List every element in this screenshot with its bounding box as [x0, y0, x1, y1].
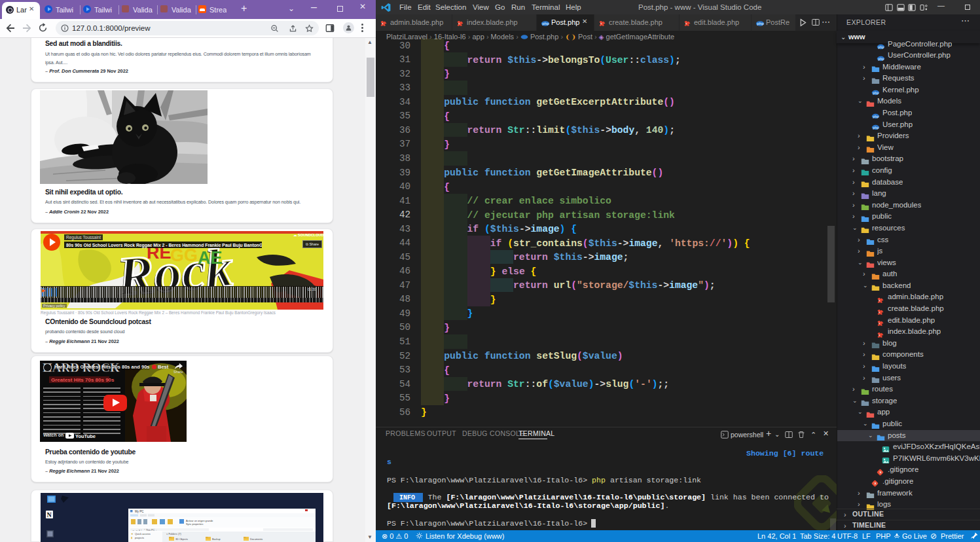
- svg-text:AE: AE: [198, 248, 223, 268]
- svg-text:Quick access: Quick access: [135, 532, 151, 535]
- svg-text:★: ★: [131, 532, 134, 535]
- svg-text:Backup: Backup: [212, 538, 221, 541]
- svg-text:php: php: [878, 46, 884, 49]
- svg-text:Documents: Documents: [250, 538, 263, 541]
- svg-text:php: php: [542, 22, 549, 26]
- svg-text:php: php: [878, 57, 884, 60]
- svg-text:php: php: [873, 92, 879, 95]
- svg-text:Activar un origen grande: Activar un origen grande: [186, 520, 213, 522]
- svg-text:php: php: [873, 126, 879, 130]
- svg-text:YouTube: YouTube: [75, 433, 96, 439]
- svg-text:← → ˅ ↑ 「 This PC 」: ← → ˅ ↑ 「 This PC 」: [132, 529, 158, 532]
- svg-text:php: php: [757, 22, 764, 26]
- svg-text:3D Objects: 3D Objects: [175, 538, 188, 541]
- svg-text:projects: projects: [135, 536, 144, 539]
- svg-text:php: php: [873, 115, 879, 118]
- svg-text:My PC: My PC: [135, 510, 144, 513]
- svg-text:GG: GG: [170, 245, 198, 265]
- svg-text:N: N: [47, 511, 52, 518]
- svg-text:Sync properties: Sync properties: [186, 523, 203, 526]
- svg-text:Greatest Hits 70s 80s 90s: Greatest Hits 70s 80s 90s: [51, 377, 115, 383]
- svg-text:˅ Folders (7): ˅ Folders (7): [166, 532, 181, 535]
- svg-text:▮: ▮: [131, 536, 132, 539]
